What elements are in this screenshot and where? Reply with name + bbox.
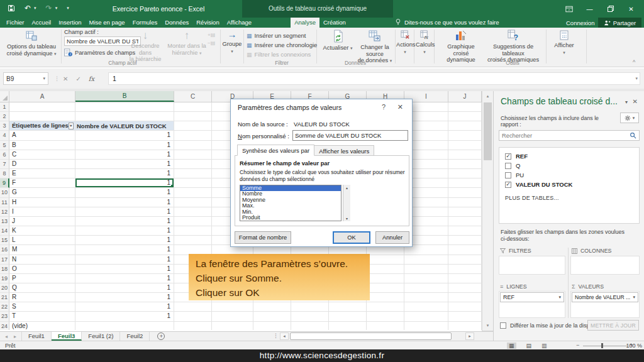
value-cell[interactable]: 1 bbox=[75, 169, 174, 178]
cell[interactable] bbox=[448, 178, 482, 188]
number-format-button[interactable]: Format de nombre bbox=[235, 231, 291, 244]
ribbon-display-options-icon[interactable] bbox=[558, 0, 579, 18]
insert-timeline-button[interactable]: ▦Insérer une chronologie bbox=[247, 40, 317, 50]
row-label-cell[interactable]: J bbox=[9, 217, 75, 226]
row-label-cell[interactable]: S bbox=[9, 302, 75, 312]
ribbon-tab[interactable]: Révision bbox=[192, 18, 223, 28]
cell[interactable] bbox=[291, 302, 329, 312]
cell[interactable] bbox=[448, 188, 482, 197]
cell[interactable] bbox=[367, 322, 404, 330]
value-cell[interactable]: 1 bbox=[75, 245, 174, 255]
row-label-cell[interactable]: I bbox=[9, 207, 75, 217]
row-label-cell[interactable]: K bbox=[9, 226, 75, 236]
cell[interactable] bbox=[448, 265, 482, 274]
minimize-icon[interactable]: — bbox=[579, 0, 600, 18]
field-checkbox[interactable]: ✓ bbox=[505, 153, 511, 160]
cell[interactable] bbox=[212, 322, 253, 330]
row-header[interactable]: 19 bbox=[0, 274, 9, 283]
cell[interactable] bbox=[174, 131, 212, 140]
value-cell[interactable]: 1 bbox=[75, 141, 174, 150]
cell[interactable] bbox=[75, 112, 174, 121]
cell[interactable] bbox=[9, 112, 75, 121]
cell[interactable] bbox=[212, 302, 253, 312]
cell[interactable] bbox=[174, 160, 212, 169]
change-data-source-button[interactable]: Changer la sourcede données ▾ bbox=[356, 30, 394, 64]
cell[interactable] bbox=[448, 255, 482, 265]
cell[interactable] bbox=[448, 283, 482, 293]
ribbon-tab[interactable]: Accueil bbox=[28, 18, 55, 28]
cell[interactable] bbox=[448, 131, 482, 140]
cell[interactable] bbox=[404, 302, 448, 312]
defer-checkbox[interactable] bbox=[500, 322, 506, 329]
value-cell[interactable]: 1 bbox=[75, 293, 174, 302]
refresh-button[interactable]: Actualiser ▾ bbox=[319, 30, 356, 52]
columns-drop-area[interactable] bbox=[570, 256, 640, 275]
cell[interactable] bbox=[448, 274, 482, 283]
rows-drop-area[interactable]: REF ▾ bbox=[499, 291, 565, 318]
filter-dropdown-icon[interactable]: ▾ bbox=[69, 123, 74, 129]
cell[interactable] bbox=[75, 102, 174, 112]
row-label-cell[interactable]: N bbox=[9, 255, 75, 265]
row-label-cell[interactable]: A bbox=[9, 131, 75, 140]
tell-me-box[interactable]: Dites-nous ce que vous voulez faire bbox=[395, 18, 499, 26]
row-label-cell[interactable]: Q bbox=[9, 283, 75, 293]
formula-input[interactable]: 1 bbox=[108, 72, 640, 85]
cell[interactable] bbox=[448, 322, 482, 330]
cell[interactable] bbox=[448, 121, 482, 131]
cell[interactable] bbox=[367, 312, 404, 321]
cell[interactable] bbox=[367, 274, 404, 283]
chevron-down-icon[interactable]: ▾ bbox=[558, 295, 561, 300]
value-cell[interactable]: 1 bbox=[75, 255, 174, 265]
scroll-up-icon[interactable]: ▴ bbox=[482, 91, 493, 101]
listbox-item[interactable]: Moyenne bbox=[240, 197, 341, 203]
row-header[interactable]: 16 bbox=[0, 245, 9, 255]
tab-splitter-handle[interactable]: ⋮ bbox=[273, 332, 279, 339]
save-icon[interactable] bbox=[8, 4, 15, 12]
undo-dropdown-icon[interactable]: ▾ bbox=[34, 6, 36, 11]
cell[interactable] bbox=[174, 121, 212, 131]
row-header[interactable]: 3 bbox=[0, 121, 9, 131]
field-checkbox[interactable] bbox=[505, 172, 511, 178]
name-box[interactable]: B9 ▾ bbox=[3, 72, 48, 85]
row-header[interactable]: 1 bbox=[0, 102, 9, 112]
cell[interactable] bbox=[174, 188, 212, 197]
ribbon-tab[interactable]: Analyse bbox=[291, 18, 319, 28]
cell[interactable] bbox=[448, 236, 482, 245]
cell[interactable] bbox=[448, 293, 482, 302]
cell[interactable] bbox=[174, 312, 212, 321]
share-button[interactable]: Partager bbox=[598, 18, 641, 28]
row-header[interactable]: 7 bbox=[0, 160, 9, 169]
values-field-pill[interactable]: Nombre de VALEUR ... ▾ bbox=[572, 292, 638, 302]
select-all-corner[interactable] bbox=[0, 91, 9, 102]
cell[interactable] bbox=[174, 198, 212, 207]
calculation-listbox[interactable]: SommeNombreMoyenneMax.Min.Produit bbox=[240, 185, 341, 221]
row-label-cell[interactable]: H bbox=[9, 198, 75, 207]
cell[interactable] bbox=[174, 217, 212, 226]
tools-button[interactable]: ▾ bbox=[620, 112, 639, 123]
horizontal-scrollbar-thumb[interactable] bbox=[290, 332, 452, 340]
cell[interactable] bbox=[174, 169, 212, 178]
field-item[interactable]: Q bbox=[499, 161, 639, 170]
cell[interactable] bbox=[174, 112, 212, 121]
collapse-ribbon-icon[interactable]: ^ bbox=[633, 59, 635, 65]
cell[interactable] bbox=[448, 245, 482, 255]
row-header[interactable]: 17 bbox=[0, 255, 9, 265]
cell[interactable] bbox=[448, 198, 482, 207]
value-cell[interactable]: 1 bbox=[75, 150, 174, 160]
insert-function-icon[interactable]: fx bbox=[89, 75, 94, 82]
cell[interactable] bbox=[367, 265, 404, 274]
normal-view-icon[interactable]: ▦ bbox=[507, 343, 516, 349]
cell[interactable] bbox=[329, 312, 367, 321]
value-cell[interactable]: 1 bbox=[75, 312, 174, 321]
restore-icon[interactable] bbox=[600, 0, 621, 18]
cell[interactable] bbox=[404, 274, 448, 283]
column-header[interactable]: J bbox=[448, 91, 482, 102]
ribbon-tab[interactable]: Mise en page bbox=[86, 18, 129, 28]
ribbon-tab[interactable]: Insertion bbox=[55, 18, 85, 28]
connexion-button[interactable]: Connexion bbox=[566, 19, 594, 26]
row-header[interactable]: 10 bbox=[0, 188, 9, 197]
cell[interactable] bbox=[404, 293, 448, 302]
row-header[interactable]: 20 bbox=[0, 283, 9, 293]
row-label-cell[interactable]: D bbox=[9, 160, 75, 169]
cell[interactable] bbox=[174, 102, 212, 112]
